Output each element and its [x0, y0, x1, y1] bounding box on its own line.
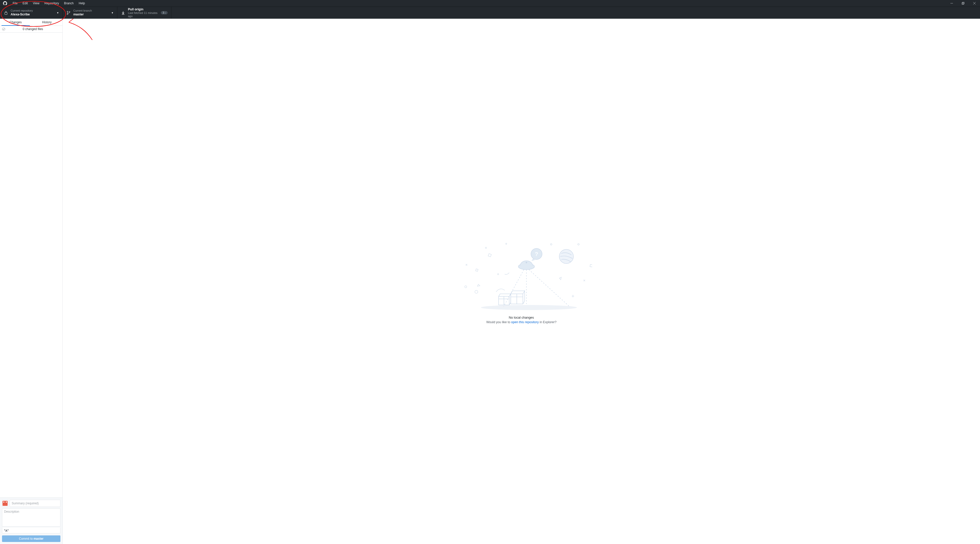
- changed-files-count: 0 changed files: [5, 27, 60, 31]
- svg-point-23: [475, 290, 478, 293]
- commit-button-prefix: Commit to: [19, 537, 33, 541]
- description-footer: ⁺ᴀ⁺: [2, 528, 60, 533]
- avatar: [2, 500, 8, 507]
- git-branch-icon: [67, 11, 70, 15]
- github-logo-icon: [3, 1, 7, 5]
- caret-down-icon: ▼: [111, 12, 113, 14]
- tab-changes[interactable]: Changes: [0, 19, 31, 25]
- menu-repository[interactable]: Repository: [42, 2, 61, 5]
- minimize-button[interactable]: [946, 0, 957, 6]
- pull-badge: 3↓: [161, 11, 168, 14]
- commit-button[interactable]: Commit to master: [2, 535, 60, 542]
- download-arrow-icon: [122, 11, 125, 15]
- menu-branch[interactable]: Branch: [61, 2, 76, 5]
- menu-help[interactable]: Help: [76, 2, 88, 5]
- commit-button-branch: master: [33, 537, 43, 541]
- svg-point-18: [465, 286, 467, 288]
- close-button[interactable]: [969, 0, 980, 6]
- svg-rect-21: [476, 269, 478, 271]
- svg-rect-22: [590, 264, 592, 267]
- maximize-button[interactable]: [957, 0, 969, 6]
- svg-text:?: ?: [535, 251, 538, 257]
- svg-point-11: [526, 262, 527, 263]
- menu-edit[interactable]: Edit: [20, 2, 30, 5]
- commit-form: ⁺ᴀ⁺ Commit to master: [0, 498, 62, 544]
- sidebar: Changes History 0 changed files ⁺ᴀ⁺ Comm…: [0, 19, 63, 544]
- svg-point-16: [559, 249, 573, 263]
- svg-point-20: [578, 244, 579, 245]
- svg-rect-1: [962, 3, 964, 5]
- empty-state-prompt: Would you like to open this repository i…: [486, 320, 557, 324]
- summary-input[interactable]: [10, 500, 60, 507]
- pull-origin-button[interactable]: Pull origin Last fetched 11 minutes ago …: [117, 7, 172, 19]
- description-input[interactable]: [2, 508, 60, 527]
- current-repository-dropdown[interactable]: Current repository Alexa-Scribe ▼: [0, 7, 63, 19]
- window-controls: [946, 0, 980, 6]
- current-branch-dropdown[interactable]: Current branch master ▼: [63, 7, 117, 19]
- menu-file[interactable]: File: [10, 2, 20, 5]
- svg-point-6: [67, 11, 68, 12]
- svg-rect-2: [962, 2, 964, 4]
- empty-state-illustration: ?: [450, 239, 592, 314]
- title-bar: File Edit View Repository Branch Help: [0, 0, 980, 6]
- caret-down-icon: ▼: [57, 12, 59, 14]
- svg-rect-5: [5, 13, 7, 15]
- svg-point-9: [481, 305, 577, 310]
- open-repository-link[interactable]: open this repository: [511, 320, 539, 324]
- svg-point-19: [550, 244, 552, 245]
- svg-point-7: [67, 14, 68, 15]
- sidebar-tabs: Changes History: [0, 19, 62, 26]
- add-coauthor-icon[interactable]: ⁺ᴀ⁺: [4, 528, 9, 532]
- branch-label: Current branch: [73, 9, 110, 13]
- menu-bar: File Edit View Repository Branch Help: [10, 2, 88, 5]
- empty-state-title: No local changes: [509, 316, 534, 319]
- toolbar: Current repository Alexa-Scribe ▼ Curren…: [0, 6, 980, 19]
- menu-view[interactable]: View: [30, 2, 42, 5]
- changed-files-bar[interactable]: 0 changed files: [0, 26, 62, 33]
- repo-label: Current repository: [11, 9, 55, 13]
- svg-point-8: [69, 11, 70, 13]
- repo-name: Alexa-Scribe: [11, 13, 55, 16]
- tab-history[interactable]: History: [31, 19, 63, 25]
- svg-rect-17: [488, 254, 492, 257]
- main-content: ?: [63, 19, 980, 544]
- pull-subtitle: Last fetched 11 minutes ago: [128, 11, 158, 18]
- lock-icon: [4, 11, 8, 15]
- select-all-checkbox[interactable]: [2, 27, 5, 31]
- pull-title: Pull origin: [128, 8, 158, 11]
- branch-name: master: [73, 13, 110, 16]
